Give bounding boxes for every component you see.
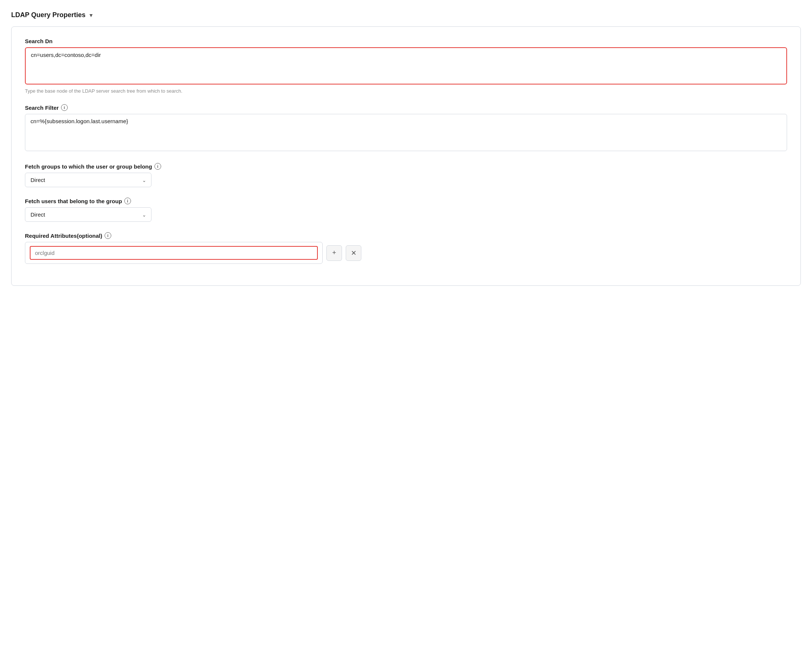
fetch-groups-label: Fetch groups to which the user or group …	[25, 163, 787, 170]
fetch-users-select-wrapper: Direct Recursive None ⌄	[25, 207, 151, 222]
required-attrs-row: + ✕	[25, 242, 787, 264]
search-filter-info-icon: i	[61, 104, 68, 111]
fetch-users-info-icon: i	[124, 198, 131, 204]
required-attrs-input[interactable]	[30, 246, 318, 260]
fetch-groups-group: Fetch groups to which the user or group …	[25, 163, 787, 187]
close-icon: ✕	[351, 249, 357, 257]
add-attr-button[interactable]: +	[327, 245, 342, 261]
required-attrs-info-icon: i	[105, 232, 111, 239]
search-dn-group: Search Dn cn=users,dc=contoso,dc=dir Typ…	[25, 38, 787, 94]
fetch-users-label: Fetch users that belong to the group i	[25, 198, 787, 204]
fetch-groups-select[interactable]: Direct Recursive None	[25, 173, 151, 187]
fetch-users-group: Fetch users that belong to the group i D…	[25, 198, 787, 222]
section-title: LDAP Query Properties	[11, 11, 85, 19]
fetch-users-select[interactable]: Direct Recursive None	[25, 207, 151, 222]
search-dn-input[interactable]: cn=users,dc=contoso,dc=dir	[25, 47, 787, 84]
search-filter-input[interactable]: cn=%{subsession.logon.last.username}	[25, 114, 787, 151]
search-dn-hint: Type the base node of the LDAP server se…	[25, 88, 787, 94]
remove-attr-button[interactable]: ✕	[346, 245, 361, 261]
search-dn-label: Search Dn	[25, 38, 787, 44]
section-header: LDAP Query Properties ▼	[11, 11, 801, 19]
plus-icon: +	[332, 249, 336, 257]
required-attrs-group: Required Attributes(optional) i + ✕	[25, 232, 787, 264]
required-attrs-label: Required Attributes(optional) i	[25, 232, 787, 239]
required-attrs-input-outer	[25, 242, 323, 264]
chevron-down-icon[interactable]: ▼	[89, 12, 94, 18]
search-filter-group: Search Filter i cn=%{subsession.logon.la…	[25, 104, 787, 153]
fetch-groups-select-wrapper: Direct Recursive None ⌄	[25, 173, 151, 187]
ldap-query-card: Search Dn cn=users,dc=contoso,dc=dir Typ…	[11, 26, 801, 286]
search-filter-label: Search Filter i	[25, 104, 787, 111]
fetch-groups-info-icon: i	[154, 163, 161, 170]
